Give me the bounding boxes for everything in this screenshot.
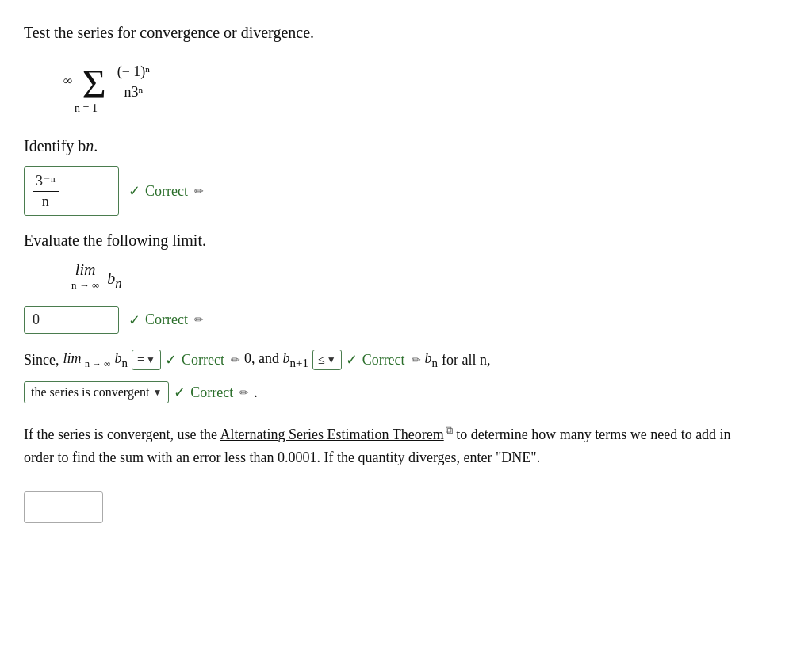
limit-answer-value: 0 bbox=[33, 312, 40, 328]
conclusion-edit-icon[interactable]: ✏ bbox=[239, 386, 249, 400]
since-tail: for all n, bbox=[442, 352, 490, 369]
limit-input-box[interactable]: 0 bbox=[24, 306, 119, 334]
bn-checkmark: ✓ bbox=[128, 182, 140, 200]
lim-text: lim bbox=[75, 261, 96, 279]
since-dropdown1-arrow: ▼ bbox=[146, 354, 155, 366]
main-title: Test the series for convergence or diver… bbox=[24, 24, 788, 42]
lim-sub: n → ∞ bbox=[71, 279, 99, 292]
since-dropdown1-value: = bbox=[137, 353, 144, 367]
since-correct2-check: ✓ bbox=[346, 351, 358, 369]
bn-edit-icon[interactable]: ✏ bbox=[194, 185, 204, 198]
bn-numerator: 3⁻ⁿ bbox=[33, 172, 59, 192]
conclusion-correct-badge: ✓ Correct ✏ bbox=[174, 384, 249, 401]
identify-suffix: . bbox=[94, 137, 98, 155]
bn-denominator: n bbox=[39, 192, 52, 210]
since-lim-sub: n → ∞ bbox=[85, 358, 111, 369]
paragraph-text1: If the series is convergent, use the bbox=[24, 426, 217, 442]
series-numerator: (− 1)ⁿ bbox=[114, 63, 153, 82]
paragraph-block: If the series is convergent, use the Alt… bbox=[24, 422, 737, 469]
evaluate-label: Evaluate the following limit. bbox=[24, 231, 788, 250]
sigma-top: ∞ bbox=[63, 74, 72, 88]
bn-answer-row: 3⁻ⁿ n ✓ Correct ✏ bbox=[24, 166, 788, 216]
since-dropdown1[interactable]: = ▼ bbox=[132, 350, 161, 370]
conclusion-row: the series is convergent ▼ ✓ Correct ✏ . bbox=[24, 381, 788, 403]
since-correct2-badge: ✓ Correct ✏ bbox=[346, 351, 421, 369]
series-fraction: (− 1)ⁿ n3ⁿ bbox=[114, 63, 153, 101]
since-zero-text: 0, and bn+1 bbox=[244, 350, 308, 370]
limit-block: lim n → ∞ bn bbox=[71, 261, 788, 292]
limit-bn-label: bn bbox=[107, 270, 121, 292]
since-correct1-check: ✓ bbox=[165, 351, 177, 369]
limit-correct-badge: ✓ Correct ✏ bbox=[128, 312, 204, 329]
since-correct1-badge: ✓ Correct ✏ bbox=[165, 351, 240, 369]
limit-checkmark: ✓ bbox=[128, 312, 140, 329]
since-line: Since, lim n → ∞ bn = ▼ ✓ Correct ✏ 0, a… bbox=[24, 350, 788, 370]
identify-text: Identify b bbox=[24, 137, 86, 155]
since-dropdown2-value: ≤ bbox=[318, 353, 325, 367]
since-bn-sub: n bbox=[122, 356, 128, 369]
sigma-limits: ∞ bbox=[63, 74, 72, 90]
limit-bn-letter: b bbox=[107, 270, 115, 287]
conclusion-dropdown-arrow: ▼ bbox=[152, 387, 162, 399]
conclusion-dropdown[interactable]: the series is convergent ▼ bbox=[24, 381, 169, 403]
since-correct2-text: Correct bbox=[362, 352, 405, 369]
limit-bn-sub: n bbox=[115, 276, 121, 291]
conclusion-dropdown-text: the series is convergent bbox=[31, 385, 149, 400]
since-correct1-text: Correct bbox=[182, 352, 224, 369]
limit-symbol: lim n → ∞ bbox=[71, 261, 99, 292]
bn-correct-text: Correct bbox=[145, 183, 188, 200]
since-bn2-label: bn bbox=[425, 350, 439, 370]
since-lim-text: lim n → ∞ bbox=[63, 350, 111, 370]
series-denominator: n3ⁿ bbox=[121, 82, 146, 101]
since-dropdown2[interactable]: ≤ ▼ bbox=[312, 350, 342, 370]
since-bn-letter: b bbox=[115, 350, 122, 366]
limit-answer-row: 0 ✓ Correct ✏ bbox=[24, 306, 788, 334]
identify-subscript-letter: n bbox=[86, 137, 94, 155]
limit-expression: lim n → ∞ bn bbox=[71, 261, 788, 292]
since-lim-word: lim bbox=[63, 350, 82, 366]
bn-correct-badge: ✓ Correct ✏ bbox=[128, 182, 204, 200]
since-bn-label: bn bbox=[115, 350, 128, 370]
final-answer-input[interactable] bbox=[24, 491, 103, 523]
conclusion-checkmark: ✓ bbox=[174, 384, 186, 401]
limit-edit-icon[interactable]: ✏ bbox=[194, 313, 204, 327]
sigma-symbol: Σ bbox=[82, 64, 105, 105]
identify-label: Identify bn. bbox=[24, 137, 788, 155]
series-block: ∞ Σ (− 1)ⁿ n3ⁿ n = 1 bbox=[63, 61, 153, 115]
since-correct1-edit[interactable]: ✏ bbox=[231, 354, 240, 367]
bn-input-box[interactable]: 3⁻ⁿ n bbox=[24, 166, 119, 216]
since-prefix: Since, bbox=[24, 352, 59, 369]
since-dropdown2-arrow: ▼ bbox=[327, 354, 336, 366]
conclusion-correct-text: Correct bbox=[190, 384, 233, 401]
since-correct2-edit[interactable]: ✏ bbox=[412, 354, 421, 367]
limit-correct-text: Correct bbox=[145, 312, 188, 328]
conclusion-period: . bbox=[254, 384, 258, 401]
bn-fraction: 3⁻ⁿ n bbox=[33, 172, 59, 210]
theorem-link[interactable]: Alternating Series Estimation Theorem bbox=[220, 426, 444, 442]
ext-link-icon: ⧉ bbox=[446, 422, 453, 439]
